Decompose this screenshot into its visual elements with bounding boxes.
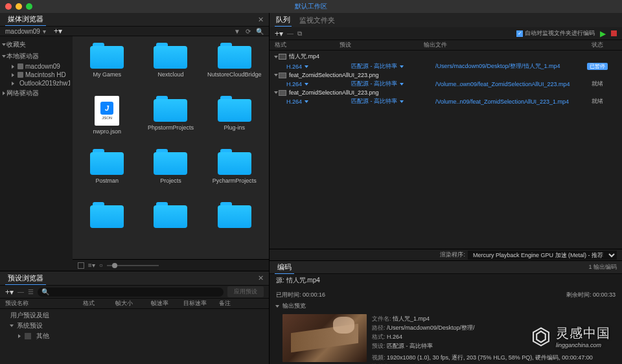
folder-item[interactable] (78, 202, 136, 253)
format-dropdown[interactable]: H.264 (286, 98, 351, 105)
panel-menu-icon[interactable]: ✕ (258, 16, 264, 24)
browser-grid: My Games Nextcloud NutstoreCloudBridge J… (73, 36, 269, 259)
output-thumbnail (282, 314, 367, 362)
remove-source-button[interactable]: — (287, 30, 294, 37)
preset-columns: 预设名称格式帧大小帧速率目标速率备注 (0, 299, 269, 309)
auto-encode-checkbox[interactable]: ✓ (516, 30, 523, 37)
source-name: 情人咒.mp4 (286, 277, 320, 284)
preset-dropdown[interactable]: 匹配源 - 高比特率 (351, 97, 435, 106)
output-path-link[interactable]: /Users/macdown09/Desktop/整理/情人咒_1.mp4 (435, 62, 578, 71)
output-metadata: 文件名: 情人咒_1.mp4 路径: /Users/macdown09/Desk… (372, 314, 593, 364)
search-icon: 🔍 (41, 288, 49, 295)
funnel-icon[interactable]: ▼ (234, 28, 240, 35)
preset-browser-tab[interactable]: 预设浏览器 (5, 272, 46, 285)
status-text: 就绪 (578, 80, 617, 88)
status-text: 就绪 (578, 97, 617, 106)
path-dropdown-icon[interactable]: ▾ (43, 28, 46, 35)
maximize-window[interactable] (26, 3, 32, 10)
source-label: 源: (276, 277, 284, 284)
refresh-icon[interactable]: ⟳ (246, 28, 251, 35)
folder-item[interactable]: Nextcloud (141, 43, 200, 93)
close-window[interactable] (5, 3, 12, 10)
preset-group-other[interactable]: 其他 (5, 331, 264, 341)
format-dropdown[interactable]: H.264 (286, 81, 351, 87)
queue-list: 情人咒.mp4 H.264 匹配源 - 高比特率 /Users/macdown0… (270, 51, 622, 249)
folder-item[interactable]: My Games (78, 43, 136, 93)
start-queue-button[interactable]: ▶ (600, 29, 606, 38)
auto-encode-label: 自动对监视文件夹进行编码 (525, 29, 595, 38)
video-icon (279, 54, 286, 60)
preset-dropdown[interactable]: 匹配源 - 高比特率 (351, 62, 435, 71)
add-location-button[interactable]: +▾ (54, 27, 62, 36)
panel-menu-icon[interactable]: ✕ (258, 274, 264, 282)
renderer-dropdown[interactable]: Mercury Playback Engine GPU 加速 (Metal) -… (468, 251, 617, 260)
queue-item[interactable]: feat_ZomidSelectionAllUI_223.png (272, 89, 619, 97)
workspace-title: 默认工作区 (295, 2, 327, 11)
apply-preset-button[interactable]: 应用预设 (227, 286, 264, 297)
output-preview-toggle[interactable]: 输出预览 (270, 301, 622, 312)
renderer-label: 渲染程序: (440, 251, 465, 259)
preset-settings-icon[interactable]: ☰ (28, 288, 34, 295)
image-icon (279, 73, 286, 78)
stop-queue-button[interactable] (611, 30, 617, 36)
status-badge: 已暂停 (587, 63, 608, 70)
file-item[interactable]: JJSONnwpro.json (78, 96, 136, 146)
elapsed-time: 00:00:16 (303, 291, 325, 298)
sort-icon[interactable]: ≡▾ (88, 262, 95, 269)
folder-item[interactable]: Postman (78, 149, 136, 199)
folder-item[interactable]: Projects (141, 149, 200, 199)
folder-item[interactable]: PycharmProjects (205, 149, 264, 199)
folder-item[interactable] (205, 202, 264, 253)
queue-item[interactable]: 情人咒.mp4 (272, 52, 619, 62)
preset-search-input[interactable]: 🔍 (38, 288, 224, 297)
sidebar-local-drives[interactable]: 本地驱动器 (3, 51, 70, 62)
sidebar-drive[interactable]: Macintosh HD (3, 71, 70, 79)
output-count: 1 输出编码 (588, 263, 617, 271)
encoding-panel-tab[interactable]: 编码 (275, 261, 294, 274)
minimize-window[interactable] (16, 3, 22, 10)
thumbnail-size-slider[interactable] (107, 265, 159, 266)
remove-preset-button[interactable]: — (17, 288, 24, 295)
folder-item[interactable]: PhpstormProjects (141, 96, 200, 146)
output-path-link[interactable]: /Volume..n09/feat_ZomidSelectionAllUI_22… (435, 98, 578, 105)
media-browser-tab[interactable]: 媒体浏览器 (5, 13, 46, 26)
search-icon[interactable]: 🔍 (256, 28, 264, 35)
image-icon (279, 90, 286, 96)
queue-tab[interactable]: 队列 (275, 14, 292, 27)
preset-dropdown[interactable]: 匹配源 - 高比特率 (351, 80, 435, 88)
preset-group-user[interactable]: 用户预设及组 (5, 310, 264, 321)
watch-folders-tab[interactable]: 监视文件夹 (298, 14, 336, 27)
folder-item[interactable]: Plug-ins (205, 96, 264, 146)
duplicate-icon[interactable]: ⧉ (297, 30, 302, 38)
sidebar-drive[interactable]: macdown09 (3, 62, 70, 71)
output-path-link[interactable]: /Volume..own09/feat_ZomidSelectionAllUI_… (435, 81, 578, 87)
queue-item[interactable]: feat_ZomidSelectionAllUI_223.png (272, 71, 619, 79)
format-dropdown[interactable]: H.264 (286, 63, 351, 70)
add-source-button[interactable]: +▾ (275, 29, 283, 38)
sidebar-favorites[interactable]: 收藏夹 (3, 39, 70, 51)
preset-group-system[interactable]: 系统预设 (5, 321, 264, 331)
sidebar-drive[interactable]: Outlook2019zhw11mac (3, 79, 70, 87)
browser-sidebar: 收藏夹 本地驱动器 macdown09 Macintosh HD Outlook… (0, 36, 73, 271)
browser-path[interactable]: macdown09 (5, 28, 40, 35)
sidebar-network-drives[interactable]: 网络驱动器 (3, 87, 70, 99)
add-preset-button[interactable]: +▾ (5, 288, 14, 297)
remaining-time: 00:00:33 (593, 291, 616, 298)
folder-item[interactable] (141, 202, 200, 253)
folder-item[interactable]: NutstoreCloudBridge (205, 43, 264, 93)
grid-view-icon[interactable] (78, 262, 84, 269)
